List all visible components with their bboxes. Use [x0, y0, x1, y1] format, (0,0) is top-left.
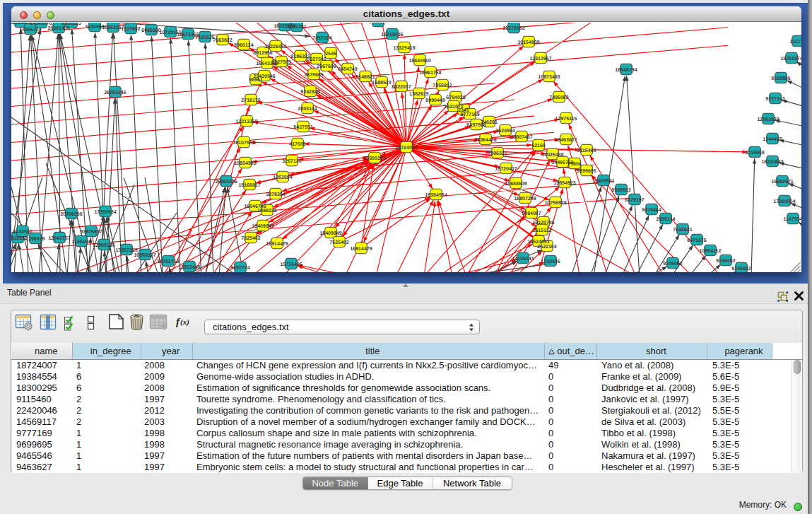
svg-text:3878354: 3878354 — [266, 192, 285, 197]
svg-text:10654112: 10654112 — [700, 249, 722, 254]
svg-text:7857224: 7857224 — [312, 36, 331, 41]
svg-text:20378652: 20378652 — [502, 26, 524, 31]
svg-text:20691406: 20691406 — [47, 26, 69, 31]
svg-text:9227343: 9227343 — [765, 97, 784, 102]
svg-text:8454749: 8454749 — [338, 67, 357, 72]
svg-text:2620223: 2620223 — [61, 23, 81, 26]
svg-text:16543382: 16543382 — [256, 62, 278, 66]
svg-text:9245032: 9245032 — [731, 267, 751, 271]
svg-text:14136141: 14136141 — [512, 257, 534, 262]
svg-text:2803144: 2803144 — [298, 107, 317, 112]
svg-text:12942757: 12942757 — [48, 236, 70, 241]
svg-text:1353594: 1353594 — [273, 175, 292, 180]
svg-text:8912956: 8912956 — [253, 51, 272, 56]
svg-text:10973493: 10973493 — [538, 75, 560, 80]
svg-text:15409949: 15409949 — [319, 231, 341, 236]
svg-text:17010504: 17010504 — [773, 199, 795, 204]
svg-text:111738: 111738 — [790, 40, 801, 45]
svg-text:18226058: 18226058 — [264, 45, 286, 49]
svg-text:9474444: 9474444 — [642, 208, 661, 213]
svg-text:8427552: 8427552 — [293, 125, 312, 130]
svg-text:7525402: 7525402 — [329, 240, 348, 245]
svg-text:21364436: 21364436 — [474, 138, 496, 143]
svg-text:9329966: 9329966 — [771, 76, 790, 81]
svg-text:3875685: 3875685 — [304, 73, 323, 78]
svg-text:22420046: 22420046 — [253, 74, 275, 79]
svg-text:3915911: 3915911 — [11, 236, 28, 241]
svg-text:25300203: 25300203 — [363, 156, 385, 161]
svg-text:18640910: 18640910 — [408, 59, 430, 64]
svg-text:1615112: 1615112 — [533, 228, 552, 233]
svg-text:9245052: 9245052 — [663, 262, 682, 267]
svg-text:15692971: 15692971 — [771, 180, 793, 185]
svg-text:6879197: 6879197 — [625, 198, 644, 203]
svg-text:1588520: 1588520 — [372, 81, 391, 86]
svg-text:62160: 62160 — [531, 144, 546, 148]
svg-text:19654983: 19654983 — [234, 161, 256, 166]
svg-text:12093823: 12093823 — [757, 117, 779, 122]
svg-text:7625402: 7625402 — [241, 236, 260, 241]
svg-text:9115460: 9115460 — [577, 148, 596, 153]
svg-text:93975887: 93975887 — [80, 230, 102, 235]
svg-text:8938923: 8938923 — [611, 188, 630, 193]
svg-text:15751074: 15751074 — [780, 57, 801, 62]
svg-text:16107553: 16107553 — [233, 141, 254, 146]
svg-text:7632621: 7632621 — [673, 228, 692, 233]
svg-text:12213369: 12213369 — [235, 119, 257, 124]
svg-text:26053346: 26053346 — [215, 180, 237, 185]
svg-text:15716485: 15716485 — [280, 262, 302, 267]
svg-text:9146821: 9146821 — [355, 75, 375, 80]
svg-text:2522154: 2522154 — [537, 245, 556, 250]
svg-text:8990448: 8990448 — [425, 98, 445, 103]
svg-text:(x): (x) — [180, 317, 189, 327]
svg-text:3267130: 3267130 — [282, 159, 301, 164]
svg-text:8471676: 8471676 — [687, 238, 706, 243]
svg-text:19218506: 19218506 — [381, 33, 403, 37]
svg-text:9327502: 9327502 — [307, 57, 326, 62]
svg-text:8215958: 8215958 — [745, 151, 764, 156]
svg-text:8960124: 8960124 — [234, 43, 253, 48]
svg-text:9457774: 9457774 — [230, 266, 249, 271]
svg-text:13524851: 13524851 — [527, 240, 549, 245]
svg-text:16120746: 16120746 — [532, 221, 554, 226]
svg-text:18807249: 18807249 — [514, 197, 536, 201]
svg-text:1603381: 1603381 — [287, 25, 306, 30]
svg-text:19654923: 19654923 — [553, 181, 575, 186]
svg-text:19166827: 19166827 — [238, 183, 260, 188]
svg-text:2718176: 2718176 — [241, 98, 260, 103]
svg-text:1167534: 1167534 — [784, 217, 801, 222]
svg-text:16782759: 16782759 — [157, 259, 179, 264]
svg-text:10807487: 10807487 — [510, 135, 532, 140]
svg-text:10025438: 10025438 — [541, 153, 563, 158]
svg-text:11866024: 11866024 — [11, 23, 31, 25]
svg-text:2546: 2546 — [325, 52, 336, 57]
svg-text:1145194: 1145194 — [72, 240, 91, 245]
svg-text:7485063: 7485063 — [549, 95, 568, 100]
svg-text:17359934: 17359934 — [94, 210, 116, 215]
svg-text:15409949: 15409949 — [252, 224, 273, 229]
svg-text:12905135: 12905135 — [93, 243, 114, 248]
svg-text:14055724: 14055724 — [19, 28, 41, 33]
svg-text:7663822: 7663822 — [213, 38, 232, 43]
svg-text:10688609: 10688609 — [505, 182, 526, 187]
svg-text:1244415: 1244415 — [763, 137, 782, 142]
svg-text:746266: 746266 — [481, 120, 497, 125]
svg-text:16409541: 16409541 — [592, 179, 614, 184]
svg-text:26053345: 26053345 — [104, 90, 126, 95]
svg-text:1362615: 1362615 — [409, 92, 428, 97]
svg-text:13325419: 13325419 — [393, 46, 415, 51]
svg-text:18724007: 18724007 — [395, 146, 417, 151]
svg-text:9699695: 9699695 — [577, 169, 596, 174]
svg-text:2967608: 2967608 — [317, 64, 336, 69]
svg-text:1733426: 1733426 — [541, 259, 560, 264]
svg-text:9777169: 9777169 — [460, 112, 479, 117]
svg-text:75804: 75804 — [567, 162, 582, 167]
svg-text:16961758: 16961758 — [419, 71, 441, 76]
svg-text:9143500: 9143500 — [13, 230, 32, 235]
svg-text:7986322: 7986322 — [488, 151, 507, 156]
svg-text:10958107: 10958107 — [134, 253, 155, 258]
svg-text:1527602: 1527602 — [121, 27, 140, 32]
svg-text:17957225: 17957225 — [115, 248, 137, 253]
svg-text:9245052: 9245052 — [716, 259, 735, 264]
svg-text:9084067: 9084067 — [522, 211, 541, 216]
